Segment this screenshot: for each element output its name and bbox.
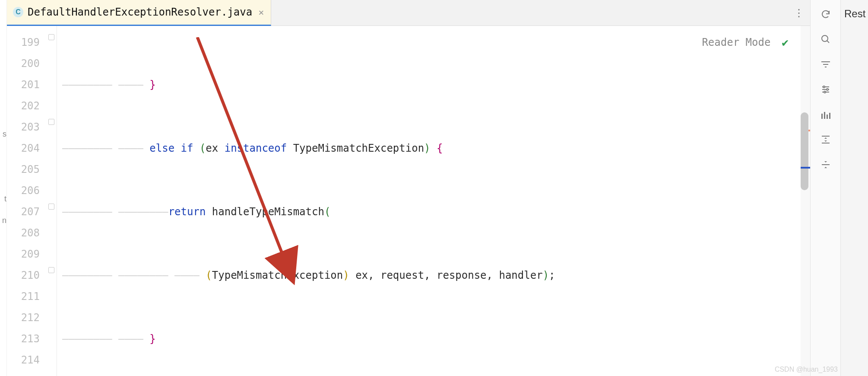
watermark: CSDN @huan_1993: [775, 366, 838, 373]
line-number: 203: [7, 117, 40, 138]
refresh-icon[interactable]: [819, 8, 832, 21]
filter-icon[interactable]: [819, 58, 832, 71]
code-area[interactable]: ———————— ———— } ———————— ———— else if (e…: [57, 26, 801, 376]
bars-icon[interactable]: [819, 108, 832, 121]
file-tab[interactable]: C DefaultHandlerExceptionResolver.java ×: [7, 0, 271, 26]
code-line[interactable]: ———————— ———— }: [57, 74, 801, 96]
line-number: 204: [7, 138, 40, 159]
right-tool-strip: [810, 0, 840, 376]
svg-rect-13: [824, 112, 825, 119]
tab-bar: C DefaultHandlerExceptionResolver.java ×…: [7, 0, 810, 26]
fold-toggle[interactable]: [48, 119, 54, 125]
fold-gutter: [48, 26, 57, 376]
line-number: 215: [7, 371, 40, 376]
svg-rect-12: [821, 114, 823, 119]
line-number: 206: [7, 180, 40, 201]
tab-filename: DefaultHandlerExceptionResolver.java: [28, 6, 252, 18]
left-stripe: s t n: [0, 0, 7, 376]
search-icon[interactable]: [819, 33, 832, 46]
line-number: 205: [7, 159, 40, 180]
svg-point-10: [827, 89, 828, 90]
close-icon[interactable]: ×: [257, 7, 264, 18]
editor[interactable]: 199 200 201 202 203 204 205 206 207 208 …: [7, 26, 810, 376]
line-number: 202: [7, 96, 40, 117]
check-icon: ✔: [782, 32, 789, 53]
left-hint-2: t: [4, 194, 6, 204]
tab-menu-icon[interactable]: ⋮: [794, 7, 804, 19]
fold-toggle[interactable]: [48, 267, 54, 273]
line-number: 213: [7, 328, 40, 350]
svg-point-1: [822, 35, 828, 41]
line-number: 207: [7, 201, 40, 223]
svg-point-9: [823, 86, 825, 88]
expand-icon[interactable]: [819, 133, 832, 146]
right-panel-label[interactable]: Rest: [840, 0, 868, 376]
fold-toggle[interactable]: [48, 204, 54, 210]
line-number: 201: [7, 74, 40, 96]
fold-toggle[interactable]: [48, 34, 54, 40]
code-line[interactable]: ———————— ———————— ———— (TypeMismatchExce…: [57, 265, 801, 286]
svg-point-11: [824, 91, 826, 93]
code-line[interactable]: ———————— ———— else if (ex instanceof Typ…: [57, 138, 801, 159]
line-number: 212: [7, 307, 40, 328]
line-number: 214: [7, 350, 40, 371]
left-hint-1: s: [3, 130, 6, 139]
class-icon: C: [13, 7, 23, 17]
line-number: 209: [7, 244, 40, 265]
line-number: 211: [7, 286, 40, 307]
line-number-gutter: 199 200 201 202 203 204 205 206 207 208 …: [7, 26, 48, 376]
reader-mode-badge[interactable]: Reader Mode ✔: [698, 30, 792, 55]
scroll-thumb[interactable]: [801, 112, 808, 190]
svg-line-2: [827, 41, 829, 43]
collapse-icon[interactable]: [819, 158, 832, 171]
svg-rect-15: [829, 113, 830, 119]
editor-scrollbar[interactable]: [801, 26, 810, 376]
line-number: 199: [7, 32, 40, 53]
settings-icon[interactable]: [819, 83, 832, 96]
left-hint-3: n: [2, 216, 6, 225]
line-number: 208: [7, 223, 40, 244]
scroll-marker: [801, 167, 810, 169]
code-line[interactable]: ———————— ————————return handleTypeMismat…: [57, 201, 801, 223]
line-number: 200: [7, 53, 40, 74]
svg-rect-14: [827, 115, 828, 119]
line-number: 210: [7, 265, 40, 286]
code-line[interactable]: ———————— ———— }: [57, 328, 801, 350]
reader-mode-label: Reader Mode: [702, 32, 770, 53]
